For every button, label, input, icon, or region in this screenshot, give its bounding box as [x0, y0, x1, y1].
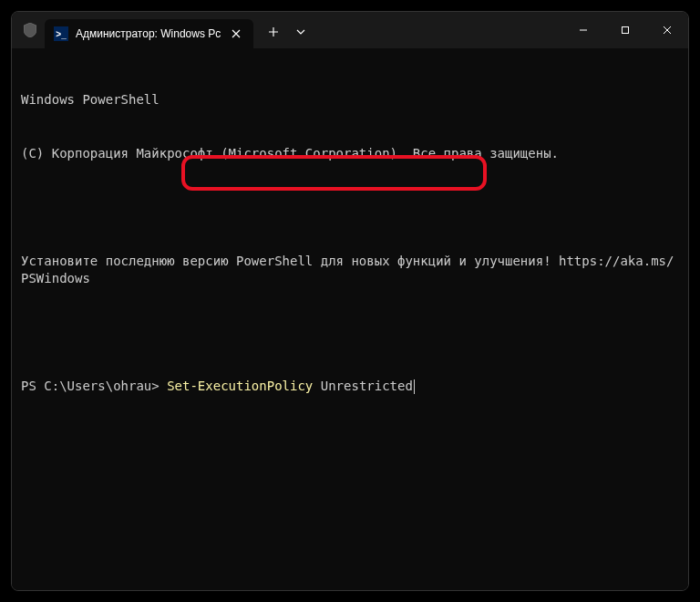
- command-cmdlet: Set-ExecutionPolicy: [167, 379, 321, 393]
- tab-close-button[interactable]: [228, 26, 244, 42]
- terminal-window: >_ Администратор: Windows Pc W: [11, 11, 689, 591]
- minimize-button[interactable]: [562, 12, 604, 48]
- output-line: (C) Корпорация Майкрософт (Microsoft Cor…: [21, 145, 679, 163]
- output-line: Windows PowerShell: [21, 91, 679, 109]
- new-tab-button[interactable]: [259, 17, 288, 47]
- output-line: Установите последнюю версию PowerShell д…: [21, 253, 679, 288]
- tab-powershell[interactable]: >_ Администратор: Windows Pc: [45, 19, 253, 48]
- titlebar[interactable]: >_ Администратор: Windows Pc: [12, 12, 688, 48]
- tab-title: Администратор: Windows Pc: [76, 27, 221, 40]
- close-button[interactable]: [646, 12, 688, 48]
- output-line: [21, 199, 679, 217]
- output-line: [21, 324, 679, 342]
- svg-rect-0: [623, 27, 629, 34]
- maximize-button[interactable]: [604, 12, 646, 48]
- command-arg: Unrestricted: [321, 379, 413, 393]
- tab-dropdown-button[interactable]: [288, 17, 314, 47]
- app-icon: [23, 23, 37, 37]
- prompt-line: PS C:\Users\ohrau> Set-ExecutionPolicy U…: [21, 378, 679, 396]
- prompt-text: PS C:\Users\ohrau>: [21, 379, 167, 393]
- cursor: [414, 379, 415, 394]
- powershell-icon: >_: [54, 26, 68, 41]
- terminal-content[interactable]: Windows PowerShell (C) Корпорация Майкро…: [12, 48, 688, 590]
- window-controls: [562, 12, 688, 48]
